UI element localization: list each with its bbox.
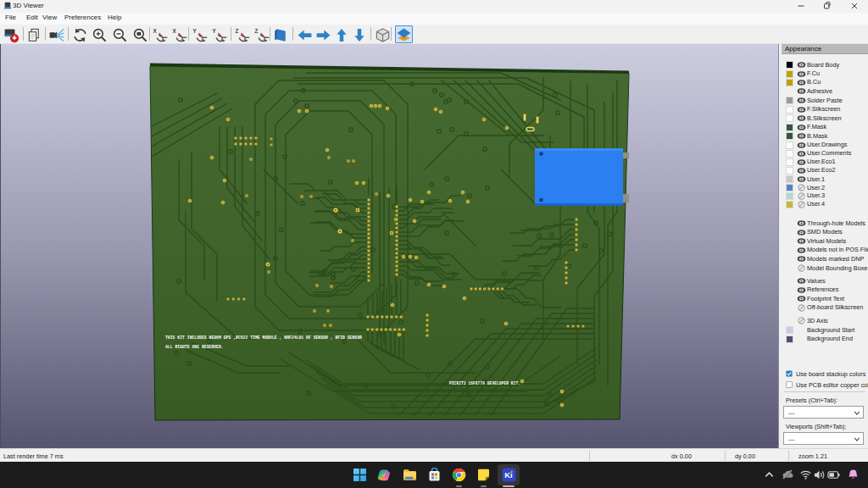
svg-text:Y: Y — [212, 27, 216, 33]
svg-text:X: X — [172, 27, 176, 33]
svg-text:Y: Y — [192, 27, 197, 33]
svg-text:Z: Z — [235, 27, 238, 33]
svg-text:PICKIT3 16F877A DEVELOPER KIT.: PICKIT3 16F877A DEVELOPER KIT. — [449, 381, 520, 385]
svg-text:ALL RIGHTS ARE RESERVED.: ALL RIGHTS ARE RESERVED. — [165, 345, 224, 349]
svg-text:Z: Z — [254, 27, 258, 33]
svg-text:THIS KIT INCLUDES NEO6M GPS ,R: THIS KIT INCLUDES NEO6M GPS ,RC522 TIME … — [165, 336, 362, 340]
svg-text:X: X — [153, 27, 157, 33]
